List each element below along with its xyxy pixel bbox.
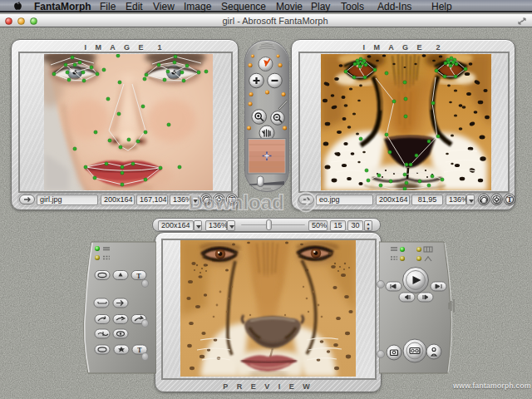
svg-text:T: T xyxy=(507,195,512,204)
svg-text:T: T xyxy=(136,273,141,280)
svg-text:Download: Download xyxy=(189,191,284,214)
